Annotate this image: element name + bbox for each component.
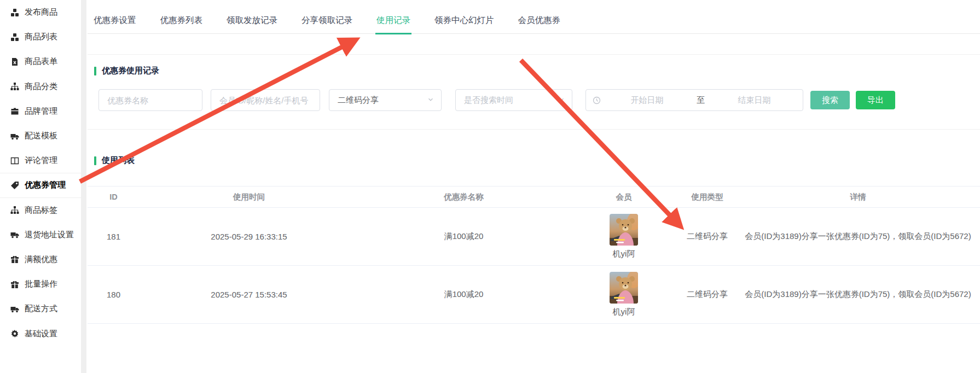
tab-usage-records[interactable]: 使用记录 [375,8,411,34]
sidebar-item-goods-list[interactable]: 商品列表 [0,25,81,49]
tag-icon [10,181,19,190]
tab-coupon-settings[interactable]: 优惠券设置 [92,8,137,34]
usage-list-section-title: 使用列表 [94,155,135,166]
file-excel-icon [10,57,19,66]
sidebar-item-delivery-method[interactable]: 配送方式 [0,296,81,321]
date-range-picker[interactable]: 开始日期 至 结束日期 [585,89,803,111]
sidebar-item-label: 满额优惠 [25,254,57,265]
export-button[interactable]: 导出 [856,91,895,109]
sitemap-icon [10,82,19,91]
row-detail: 会员(ID为3189)分享一张优惠券(ID为75)，领取会员(ID为5672) [736,289,980,300]
sidebar-item-label: 配送模板 [25,131,57,141]
section-accent-bar [94,67,96,75]
sidebar-item-goods-tags[interactable]: 商品标签 [0,198,81,223]
sidebar-item-publish-goods[interactable]: 发布商品 [0,0,81,25]
sidebar-item-coupon-management[interactable]: 优惠券管理 [0,173,81,197]
sidebar-item-label: 商品表单 [25,56,57,67]
divider [88,129,980,130]
cubes-icon [10,33,19,42]
row-detail: 会员(ID为3189)分享一张优惠券(ID为75)，领取会员(ID为5672) [736,231,980,242]
table-row: 180 2025-05-27 15:53:45 满100减20 [88,266,980,324]
table-row: 181 2025-05-29 16:33:15 满100减20 [88,208,980,266]
sidebar-item-comment-management[interactable]: 评论管理 [0,148,81,173]
tab-member-coupons[interactable]: 会员优惠券 [517,8,562,34]
row-member: 机yi阿 [569,214,679,259]
sitemap-icon [10,206,19,214]
chevron-down-icon [427,96,434,105]
briefcase-icon [10,107,19,115]
header-member: 会员 [569,192,679,202]
book-icon [10,156,19,165]
row-used-time: 2025-05-27 15:53:45 [140,290,358,299]
clock-icon [593,96,601,104]
section-accent-bar [94,156,96,165]
row-member: 机yi阿 [569,272,679,317]
sidebar-scrollbar[interactable] [81,0,86,373]
header-id: ID [88,193,140,201]
start-date-placeholder[interactable]: 开始日期 [605,95,689,106]
date-separator: 至 [689,95,712,106]
usage-table: ID 使用时间 优惠券名称 会员 使用类型 详情 181 2025-05-29 … [88,186,980,324]
coupon-tabs: 优惠券设置 优惠券列表 领取发放记录 分享领取记录 使用记录 领券中心幻灯片 会… [88,8,980,34]
row-used-time: 2025-05-29 16:33:15 [140,232,358,241]
member-search-input[interactable] [211,89,320,111]
member-avatar-image [610,214,638,246]
sidebar-item-batch-operations[interactable]: 批量操作 [0,272,81,296]
time-search-select[interactable]: 是否搜索时间 [455,89,572,111]
truck-icon [10,230,19,239]
main-content: 优惠券设置 优惠券列表 领取发放记录 分享领取记录 使用记录 领券中心幻灯片 会… [86,0,980,373]
sidebar-item-goods-category[interactable]: 商品分类 [0,74,81,99]
sidebar-item-label: 品牌管理 [25,106,57,116]
coupon-name-input[interactable] [98,89,202,111]
sidebar-item-goods-form[interactable]: 商品表单 [0,49,81,74]
sidebar-item-label: 配送方式 [25,304,57,314]
sidebar-item-full-discount[interactable]: 满额优惠 [0,247,81,272]
sidebar-item-label: 优惠券管理 [25,180,66,190]
member-name: 机yi阿 [613,249,635,259]
truck-icon [10,132,19,141]
sidebar-item-basic-settings[interactable]: 基础设置 [0,321,81,346]
table-header-row: ID 使用时间 优惠券名称 会员 使用类型 详情 [88,186,980,208]
header-detail: 详情 [736,192,980,202]
share-type-select[interactable]: 二维码分享 [329,89,442,111]
sidebar-item-delivery-template[interactable]: 配送模板 [0,124,81,148]
header-use-type: 使用类型 [679,192,736,202]
header-used-time: 使用时间 [140,192,358,202]
row-coupon-name: 满100减20 [358,231,569,242]
search-button[interactable]: 搜索 [810,91,850,109]
end-date-placeholder[interactable]: 结束日期 [712,95,796,106]
cubes-icon [10,8,19,17]
usage-record-section-title: 优惠券使用记录 [94,66,159,76]
sidebar-item-return-address-settings[interactable]: 退货地址设置 [0,223,81,247]
chevron-down-icon [558,96,565,105]
sidebar-item-brand-management[interactable]: 品牌管理 [0,99,81,124]
sidebar-item-label: 商品列表 [25,32,57,42]
row-coupon-name: 满100减20 [358,289,569,300]
sidebar-item-label: 评论管理 [25,155,57,166]
member-name: 机yi阿 [613,307,635,317]
row-id: 180 [88,290,140,299]
sidebar-item-label: 批量操作 [25,279,57,289]
gift-icon [10,255,19,264]
sidebar-item-label: 商品标签 [25,205,57,215]
header-coupon-name: 优惠券名称 [358,192,569,202]
row-id: 181 [88,232,140,241]
tab-receive-issue-records[interactable]: 领取发放记录 [225,8,279,34]
tab-share-receive-records[interactable]: 分享领取记录 [300,8,353,34]
member-avatar-image [610,272,638,304]
sidebar-item-label: 基础设置 [25,329,57,339]
tab-coupon-list[interactable]: 优惠券列表 [159,8,204,34]
gear-icon [10,329,19,338]
truck-icon [10,305,19,313]
row-use-type: 二维码分享 [679,289,736,300]
sidebar: 发布商品 商品列表 商品表单 商品分类 品牌管理 配送模板 评论管理 优惠券管理… [0,0,81,373]
sidebar-item-label: 发布商品 [25,7,57,18]
row-use-type: 二维码分享 [679,231,736,242]
tab-coupon-center-slides[interactable]: 领券中心幻灯片 [433,8,495,34]
sidebar-item-label: 商品分类 [25,81,57,92]
gift-icon [10,280,19,289]
sidebar-item-label: 退货地址设置 [25,230,74,240]
divider [88,54,980,55]
